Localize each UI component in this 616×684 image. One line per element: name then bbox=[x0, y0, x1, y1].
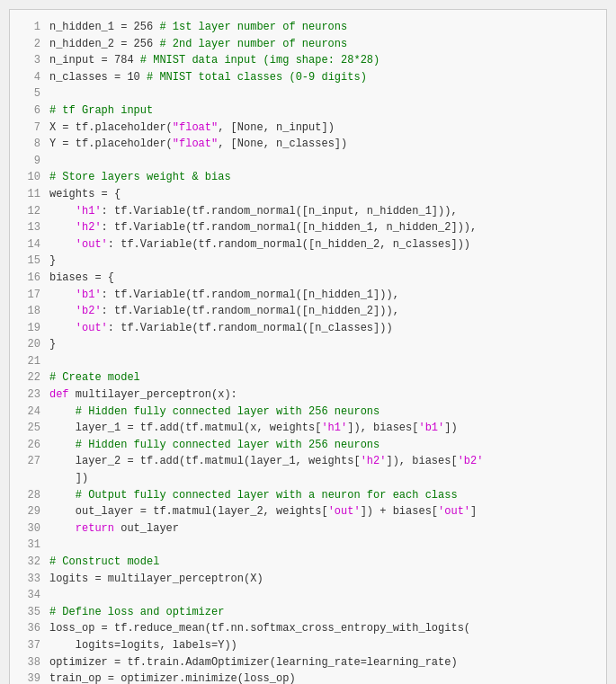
table-row: 3n_input = 784 # MNIST data input (img s… bbox=[17, 52, 599, 69]
line-content: # Construct model bbox=[49, 554, 599, 571]
line-number: 9 bbox=[17, 153, 49, 170]
line-content: def multilayer_perceptron(x): bbox=[49, 386, 599, 404]
code-block-container: 1n_hidden_1 = 256 # 1st layer number of … bbox=[9, 9, 607, 684]
line-content: # Hidden fully connected layer with 256 … bbox=[49, 437, 599, 454]
line-content: } bbox=[49, 336, 599, 353]
line-content: loss_op = tf.reduce_mean(tf.nn.softmax_c… bbox=[49, 620, 599, 637]
line-content: ]) bbox=[49, 470, 599, 487]
line-number: 22 bbox=[17, 369, 49, 386]
line-number: 7 bbox=[17, 120, 49, 137]
table-row: 29 out_layer = tf.matmul(layer_2, weight… bbox=[17, 503, 599, 520]
line-number: 28 bbox=[17, 487, 49, 504]
line-number: 29 bbox=[17, 503, 49, 520]
line-content bbox=[49, 537, 599, 554]
line-content bbox=[49, 85, 599, 102]
table-row: 39train_op = optimizer.minimize(loss_op) bbox=[17, 671, 599, 684]
line-content: logits = multilayer_perceptron(X) bbox=[49, 571, 599, 588]
table-row: 1n_hidden_1 = 256 # 1st layer number of … bbox=[17, 19, 599, 36]
line-content: train_op = optimizer.minimize(loss_op) bbox=[49, 671, 599, 684]
line-content: return out_layer bbox=[49, 520, 599, 537]
line-number: 20 bbox=[17, 336, 49, 353]
table-row: 9 bbox=[17, 153, 599, 170]
table-row: 19 'out': tf.Variable(tf.random_normal([… bbox=[17, 320, 599, 337]
line-number: 10 bbox=[17, 169, 49, 186]
line-content: n_classes = 10 # MNIST total classes (0-… bbox=[49, 69, 599, 86]
table-row: 18 'b2': tf.Variable(tf.random_normal([n… bbox=[17, 303, 599, 320]
line-content: out_layer = tf.matmul(layer_2, weights['… bbox=[49, 503, 599, 520]
line-content: 'out': tf.Variable(tf.random_normal([n_c… bbox=[49, 320, 599, 337]
table-row: 17 'b1': tf.Variable(tf.random_normal([n… bbox=[17, 287, 599, 304]
line-content bbox=[49, 153, 599, 170]
table-row: 23def multilayer_perceptron(x): bbox=[17, 386, 599, 404]
table-row: 7X = tf.placeholder("float", [None, n_in… bbox=[17, 120, 599, 137]
line-number: 13 bbox=[17, 219, 49, 236]
line-number: 37 bbox=[17, 637, 49, 654]
table-row: 13 'h2': tf.Variable(tf.random_normal([n… bbox=[17, 219, 599, 236]
table-row: 14 'out': tf.Variable(tf.random_normal([… bbox=[17, 236, 599, 253]
line-number: 6 bbox=[17, 102, 49, 120]
line-content: 'h2': tf.Variable(tf.random_normal([n_hi… bbox=[49, 219, 599, 236]
table-row: 33logits = multilayer_perceptron(X) bbox=[17, 571, 599, 588]
table-row: 30 return out_layer bbox=[17, 520, 599, 537]
table-row: 4n_classes = 10 # MNIST total classes (0… bbox=[17, 69, 599, 86]
table-row: 25 layer_1 = tf.add(tf.matmul(x, weights… bbox=[17, 420, 599, 437]
line-number bbox=[17, 470, 49, 487]
line-number: 24 bbox=[17, 404, 49, 421]
table-row: 21 bbox=[17, 353, 599, 370]
table-row: 15} bbox=[17, 253, 599, 270]
line-content: 'b2': tf.Variable(tf.random_normal([n_hi… bbox=[49, 303, 599, 320]
line-number: 31 bbox=[17, 537, 49, 554]
line-content: weights = { bbox=[49, 186, 599, 203]
line-number: 25 bbox=[17, 420, 49, 437]
table-row: 27 layer_2 = tf.add(tf.matmul(layer_1, w… bbox=[17, 453, 599, 470]
line-content: # Store layers weight & bias bbox=[49, 169, 599, 186]
line-content: 'h1': tf.Variable(tf.random_normal([n_in… bbox=[49, 203, 599, 220]
line-number: 8 bbox=[17, 136, 49, 153]
line-number: 1 bbox=[17, 19, 49, 36]
line-number: 4 bbox=[17, 69, 49, 86]
line-number: 21 bbox=[17, 353, 49, 370]
table-row: 11weights = { bbox=[17, 186, 599, 203]
table-row: 26 # Hidden fully connected layer with 2… bbox=[17, 437, 599, 454]
line-content: optimizer = tf.train.AdamOptimizer(learn… bbox=[49, 654, 599, 671]
line-content: Y = tf.placeholder("float", [None, n_cla… bbox=[49, 136, 599, 153]
table-row: 12 'h1': tf.Variable(tf.random_normal([n… bbox=[17, 203, 599, 220]
table-row: 37 logits=logits, labels=Y)) bbox=[17, 637, 599, 654]
table-row: 16biases = { bbox=[17, 270, 599, 287]
line-content: # tf Graph input bbox=[49, 102, 599, 120]
table-row: 22# Create model bbox=[17, 369, 599, 386]
table-row: 20} bbox=[17, 336, 599, 353]
line-number: 32 bbox=[17, 554, 49, 571]
table-row: 2n_hidden_2 = 256 # 2nd layer number of … bbox=[17, 36, 599, 53]
table-row: 38optimizer = tf.train.AdamOptimizer(lea… bbox=[17, 654, 599, 671]
table-row: 6# tf Graph input bbox=[17, 102, 599, 120]
line-number: 23 bbox=[17, 386, 49, 404]
line-number: 30 bbox=[17, 520, 49, 537]
table-row: 8Y = tf.placeholder("float", [None, n_cl… bbox=[17, 136, 599, 153]
line-content: n_hidden_2 = 256 # 2nd layer number of n… bbox=[49, 36, 599, 53]
line-number: 39 bbox=[17, 671, 49, 684]
line-number: 27 bbox=[17, 453, 49, 470]
table-row: 36loss_op = tf.reduce_mean(tf.nn.softmax… bbox=[17, 620, 599, 637]
line-number: 15 bbox=[17, 253, 49, 270]
line-content: # Hidden fully connected layer with 256 … bbox=[49, 404, 599, 421]
line-number: 11 bbox=[17, 186, 49, 203]
table-row: 32# Construct model bbox=[17, 554, 599, 571]
line-content: } bbox=[49, 253, 599, 270]
table-row: 28 # Output fully connected layer with a… bbox=[17, 487, 599, 504]
line-number: 2 bbox=[17, 36, 49, 53]
table-row: 31 bbox=[17, 537, 599, 554]
code-area: 1n_hidden_1 = 256 # 1st layer number of … bbox=[10, 10, 606, 684]
table-row: 5 bbox=[17, 85, 599, 102]
line-number: 26 bbox=[17, 437, 49, 454]
table-row: 10# Store layers weight & bias bbox=[17, 169, 599, 186]
line-number: 18 bbox=[17, 303, 49, 320]
line-content: # Define loss and optimizer bbox=[49, 604, 599, 621]
table-row: 24 # Hidden fully connected layer with 2… bbox=[17, 404, 599, 421]
line-number: 5 bbox=[17, 85, 49, 102]
line-content: layer_1 = tf.add(tf.matmul(x, weights['h… bbox=[49, 420, 599, 437]
table-row: ]) bbox=[17, 470, 599, 487]
line-number: 3 bbox=[17, 52, 49, 69]
line-number: 16 bbox=[17, 270, 49, 287]
line-content bbox=[49, 587, 599, 604]
